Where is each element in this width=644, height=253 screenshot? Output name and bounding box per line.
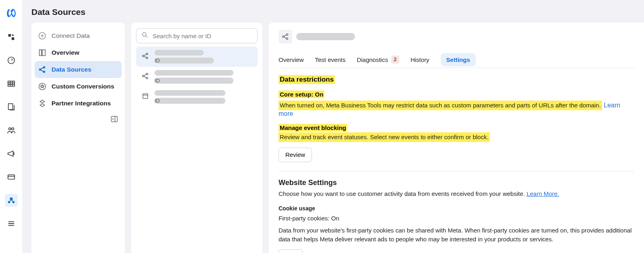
sidebar-item-custom-conversions[interactable]: Custom Conversions: [35, 78, 122, 95]
id-label: ID: [155, 78, 160, 84]
manage-event-blocking-heading: Manage event blocking: [279, 124, 347, 132]
rail-menu-icon[interactable]: [5, 217, 18, 230]
sidebar-item-label: Data Sources: [52, 66, 91, 73]
website-settings-desc: Choose how you want to use customer acti…: [279, 190, 526, 197]
svg-rect-14: [42, 50, 45, 56]
redacted-name: [155, 70, 233, 76]
rail-megaphone-icon[interactable]: [5, 147, 18, 160]
left-nav-rail: [0, 0, 23, 253]
data-restrictions-heading: Data restrictions: [279, 75, 335, 84]
tab-test-events[interactable]: Test events: [315, 52, 346, 67]
edit-button[interactable]: Edit: [279, 249, 303, 253]
tab-diagnostics[interactable]: Diagnostics 2: [357, 51, 399, 68]
rail-pixel-icon[interactable]: [5, 31, 18, 43]
search-icon: [141, 31, 149, 40]
meta-logo[interactable]: [5, 7, 18, 20]
svg-point-9: [10, 197, 12, 200]
id-label: ID: [155, 98, 160, 104]
search-field[interactable]: [136, 28, 258, 43]
svg-rect-0: [8, 34, 10, 37]
svg-point-17: [43, 71, 45, 73]
website-settings-section: Website Settings Choose how you want to …: [279, 171, 634, 253]
data-source-item[interactable]: ID: [136, 67, 258, 87]
page-title: Data Sources: [23, 0, 644, 23]
store-icon: [140, 91, 151, 101]
connect-data-label: Connect Data: [52, 32, 90, 39]
rail-table-icon[interactable]: [5, 77, 18, 90]
sidebar-item-data-sources[interactable]: Data Sources: [35, 61, 122, 78]
side-nav-panel: Connect Data Overview Data Sources: [31, 23, 125, 253]
svg-point-7: [11, 128, 13, 130]
tab-history[interactable]: History: [411, 52, 429, 67]
svg-point-6: [8, 128, 10, 130]
tab-settings[interactable]: Settings: [441, 53, 476, 66]
manage-event-blocking-desc: Review and track event statuses. Select …: [279, 132, 490, 142]
rail-audience-icon[interactable]: [5, 124, 18, 137]
sidebar-item-partner-integrations[interactable]: Partner Integrations: [35, 95, 122, 112]
svg-rect-2: [12, 35, 13, 36]
rail-events-icon[interactable]: [5, 194, 18, 207]
core-setup-status: Core setup: On: [279, 91, 324, 98]
tab-label: Diagnostics: [357, 56, 388, 63]
redacted-id: [161, 78, 214, 84]
sidebar-item-label: Custom Conversions: [52, 83, 114, 90]
id-label: ID: [155, 58, 160, 64]
diamond-stack-icon: [38, 99, 47, 108]
website-settings-heading: Website Settings: [279, 179, 634, 187]
svg-rect-19: [111, 116, 118, 121]
collapse-panel-button[interactable]: [35, 112, 122, 123]
data-source-item[interactable]: ID: [136, 47, 258, 67]
redacted-name: [155, 50, 204, 56]
svg-rect-13: [39, 50, 42, 56]
svg-point-15: [39, 68, 41, 71]
sidebar-item-label: Partner Integrations: [52, 100, 111, 107]
search-input[interactable]: [153, 33, 252, 39]
first-party-cookie-status: First-party cookies: On: [279, 214, 634, 223]
rail-billing-icon[interactable]: [5, 171, 18, 183]
core-setup-desc: When turned on, Meta Business Tools may …: [279, 101, 602, 110]
tab-overview[interactable]: Overview: [279, 52, 304, 67]
svg-rect-4: [8, 81, 14, 86]
detail-tabs: Overview Test events Diagnostics 2 Histo…: [279, 49, 634, 68]
data-source-item[interactable]: ID: [136, 87, 258, 107]
layout-icon: [38, 48, 47, 57]
rail-reports-icon[interactable]: [5, 101, 18, 113]
sidebar-item-label: Overview: [52, 49, 79, 56]
detail-panel: Overview Test events Diagnostics 2 Histo…: [269, 23, 644, 253]
data-source-list-panel: ID ID: [131, 23, 262, 253]
star-badge-icon: [38, 82, 47, 91]
redacted-id: [161, 98, 215, 104]
plus-circle-icon: [38, 31, 47, 40]
svg-point-20: [142, 33, 146, 36]
svg-rect-1: [11, 37, 14, 40]
redacted-name: [155, 90, 225, 96]
svg-rect-8: [8, 175, 14, 179]
pixel-share-icon: [140, 71, 151, 81]
connect-data-button[interactable]: Connect Data: [35, 27, 122, 44]
share-nodes-icon: [38, 65, 47, 74]
review-button[interactable]: Review: [279, 148, 312, 162]
pixel-share-icon: [279, 30, 292, 43]
diagnostics-count-badge: 2: [391, 56, 399, 64]
pixel-share-icon: [140, 51, 151, 61]
first-party-cookie-desc: Data from your website's first-party coo…: [279, 226, 634, 244]
rail-gauge-icon[interactable]: [5, 54, 18, 67]
svg-rect-5: [8, 104, 12, 110]
sidebar-item-overview[interactable]: Overview: [35, 44, 122, 61]
cookie-usage-heading: Cookie usage: [279, 205, 634, 212]
redacted-id: [161, 58, 214, 64]
redacted-title: [296, 33, 355, 40]
data-restrictions-section: Data restrictions Core setup: On When tu…: [279, 68, 634, 171]
svg-point-16: [43, 66, 45, 69]
learn-more-link[interactable]: Learn More.: [526, 190, 559, 197]
